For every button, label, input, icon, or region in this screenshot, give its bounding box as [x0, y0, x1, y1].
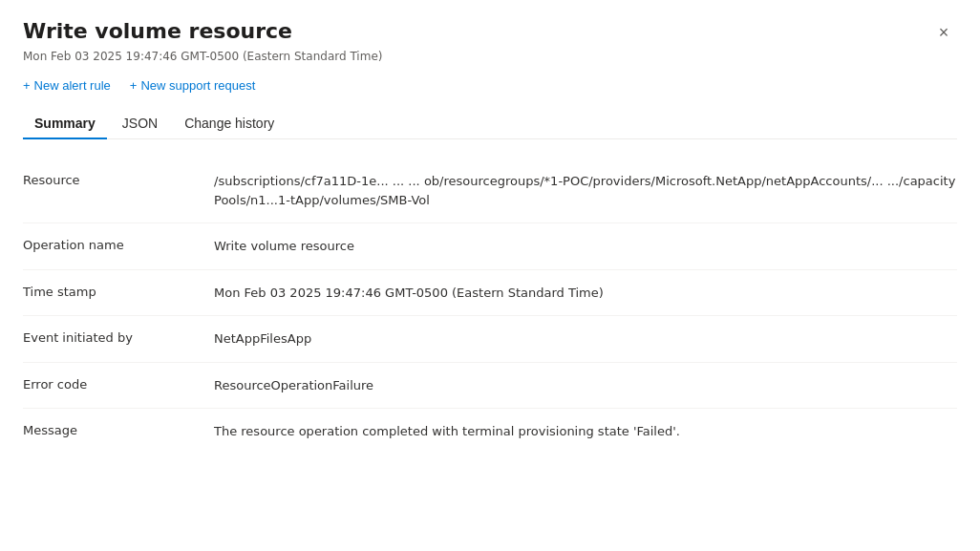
detail-row-operation-name: Operation name Write volume resource — [23, 223, 957, 270]
actions-bar: + New alert rule + New support request — [23, 78, 957, 93]
time-stamp-value: Mon Feb 03 2025 19:47:46 GMT-0500 (Easte… — [214, 284, 957, 303]
error-code-label: Error code — [23, 376, 214, 392]
time-stamp-label: Time stamp — [23, 284, 214, 299]
message-label: Message — [23, 422, 214, 437]
detail-row-message: Message The resource operation completed… — [23, 409, 957, 455]
details-table: Resource /subscriptions/cf7a11D-1e... ..… — [23, 159, 957, 455]
panel-subtitle: Mon Feb 03 2025 19:47:46 GMT-0500 (Easte… — [23, 50, 957, 63]
detail-row-time-stamp: Time stamp Mon Feb 03 2025 19:47:46 GMT-… — [23, 270, 957, 317]
new-support-request-button[interactable]: + New support request — [130, 78, 256, 93]
detail-row-error-code: Error code ResourceOperationFailure — [23, 363, 957, 410]
panel-header: Write volume resource × — [23, 19, 957, 46]
tab-json[interactable]: JSON — [111, 108, 169, 138]
resource-label: Resource — [23, 172, 214, 187]
new-alert-rule-button[interactable]: + New alert rule — [23, 78, 111, 93]
detail-row-resource: Resource /subscriptions/cf7a11D-1e... ..… — [23, 159, 957, 223]
panel-title: Write volume resource — [23, 19, 292, 44]
tab-summary[interactable]: Summary — [23, 108, 107, 138]
message-value: The resource operation completed with te… — [214, 422, 957, 441]
error-code-value: ResourceOperationFailure — [214, 376, 957, 395]
event-initiated-label: Event initiated by — [23, 329, 214, 345]
event-initiated-value: NetAppFilesApp — [214, 329, 957, 349]
detail-panel: Write volume resource × Mon Feb 03 2025 … — [0, 0, 980, 551]
tab-change-history[interactable]: Change history — [173, 108, 286, 138]
tabs-bar: Summary JSON Change history — [23, 108, 957, 139]
close-button[interactable]: × — [930, 19, 957, 46]
new-alert-rule-label: New alert rule — [34, 78, 111, 93]
detail-row-event-initiated: Event initiated by NetAppFilesApp — [23, 316, 957, 363]
plus-icon-support: + — [130, 78, 138, 93]
resource-value: /subscriptions/cf7a11D-1e... ... ... ob/… — [214, 172, 957, 209]
operation-name-value: Write volume resource — [214, 237, 957, 256]
new-support-request-label: New support request — [140, 78, 255, 93]
operation-name-label: Operation name — [23, 237, 214, 252]
plus-icon-alert: + — [23, 78, 31, 93]
